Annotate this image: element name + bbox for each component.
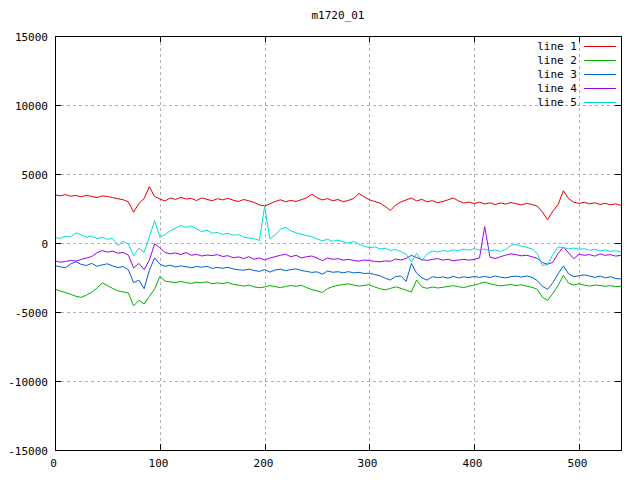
y-tick-label-5000: 5000	[22, 169, 49, 182]
series-layer	[55, 187, 621, 306]
legend-item-line-4: line 4	[537, 82, 616, 95]
series-line-5	[55, 207, 621, 266]
y-tick-label-10000: 10000	[15, 100, 48, 113]
y-tick-label-0: 0	[41, 238, 48, 251]
chart-title: m1720_01	[312, 9, 365, 22]
legend-item-line-2: line 2	[537, 54, 616, 67]
y-tick-label--5000: -5000	[15, 307, 48, 320]
legend-label: line 1	[537, 40, 577, 53]
legend-item-line-5: line 5	[537, 96, 616, 109]
y-tick-label--10000: -10000	[8, 376, 48, 389]
chart-canvas: m1720_01 0100200300400500-15000-10000-50…	[0, 0, 640, 480]
series-line-1	[55, 187, 621, 220]
y-tick-label-15000: 15000	[15, 31, 48, 44]
x-tick-label-100: 100	[149, 457, 169, 470]
grid-layer	[55, 36, 621, 450]
x-tick-label-0: 0	[50, 457, 57, 470]
gnuplot-chart-window: m1720_01 0100200300400500-15000-10000-50…	[0, 0, 640, 480]
y-tick-label--15000: -15000	[8, 445, 48, 458]
x-tick-label-400: 400	[463, 457, 483, 470]
legend-label: line 5	[537, 96, 577, 109]
x-tick-label-200: 200	[254, 457, 274, 470]
legend-label: line 3	[537, 68, 577, 81]
x-tick-label-300: 300	[358, 457, 378, 470]
legend-label: line 4	[537, 82, 577, 95]
legend-item-line-3: line 3	[537, 68, 616, 81]
series-line-4	[55, 227, 621, 270]
tick-label-layer: 0100200300400500-15000-10000-50000500010…	[8, 31, 587, 471]
legend-label: line 2	[537, 54, 577, 67]
series-line-3	[55, 258, 621, 290]
legend-item-line-1: line 1	[537, 40, 616, 53]
x-tick-label-500: 500	[568, 457, 588, 470]
legend: line 1line 2line 3line 4line 5	[537, 40, 616, 109]
